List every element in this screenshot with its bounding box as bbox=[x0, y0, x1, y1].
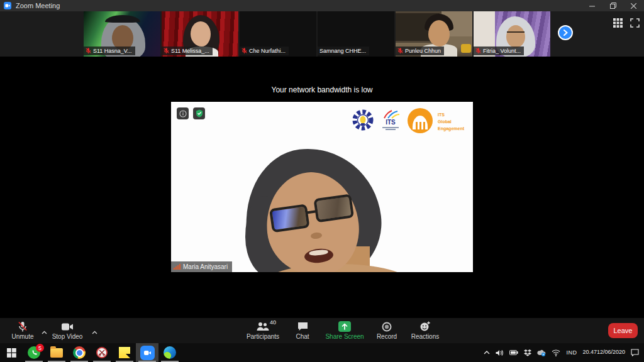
info-icon bbox=[179, 110, 187, 118]
zoom-app-icon bbox=[4, 2, 11, 9]
zoom-icon bbox=[140, 346, 155, 360]
muted-mic-icon bbox=[18, 321, 28, 332]
chat-bubble-icon bbox=[297, 322, 308, 331]
zoom-meeting-window: Zoom Meeting S11 Hasna_V... bbox=[0, 0, 644, 362]
speaker-nametag: Maria Anityasari bbox=[171, 261, 232, 272]
reactions-smiley-icon bbox=[419, 321, 431, 332]
its-surabaya-logo: ITS bbox=[379, 109, 402, 130]
gallery-view-button[interactable] bbox=[612, 17, 623, 28]
taskbar-zoom-active[interactable] bbox=[136, 343, 158, 362]
whatsapp-notification-badge: 5 bbox=[36, 344, 44, 352]
participant-face bbox=[428, 20, 450, 47]
sync-status-icon[interactable] bbox=[537, 349, 546, 356]
share-screen-icon bbox=[338, 321, 351, 332]
room-object bbox=[461, 44, 471, 53]
taskbar-edge[interactable] bbox=[158, 343, 181, 362]
minimize-button[interactable] bbox=[582, 0, 602, 11]
taskbar-file-explorer[interactable] bbox=[45, 343, 68, 362]
action-center-icon[interactable] bbox=[631, 349, 639, 356]
audio-options-chevron[interactable] bbox=[42, 326, 47, 337]
chat-button[interactable]: Chat bbox=[288, 321, 317, 340]
taskbar-chrome[interactable] bbox=[68, 343, 91, 362]
participant-name: Fitria_ Volunt... bbox=[483, 48, 521, 54]
participants-label: Participants bbox=[247, 333, 279, 340]
participant-face bbox=[191, 21, 211, 47]
next-participants-button[interactable] bbox=[558, 25, 573, 40]
chat-label: Chat bbox=[296, 333, 309, 340]
record-label: Record bbox=[377, 333, 397, 340]
muted-mic-icon bbox=[86, 48, 91, 54]
global-engagement-text: ITS Global Engagement bbox=[438, 111, 464, 133]
windows-logo-icon bbox=[7, 348, 16, 358]
unmute-label: Unmute bbox=[11, 333, 33, 340]
participant-nametag: Punleu Chhun bbox=[396, 47, 444, 55]
taskbar-sticky-notes[interactable] bbox=[113, 343, 136, 362]
muted-mic-icon bbox=[164, 48, 169, 54]
shield-check-icon bbox=[196, 109, 203, 118]
participant-thumbnail-che[interactable]: Che Nurfathi... bbox=[240, 11, 316, 57]
participant-name: S11 Hasna_V... bbox=[93, 48, 132, 54]
participant-thumbnail-samnang[interactable]: Samnang CHHE... bbox=[318, 11, 394, 57]
its-gear-logo bbox=[351, 108, 375, 134]
bandwidth-warning: Your network bandwidth is low bbox=[0, 85, 644, 94]
participant-name: Punleu Chhun bbox=[405, 48, 441, 54]
encryption-shield-button[interactable] bbox=[193, 107, 205, 119]
participants-count: 40 bbox=[270, 319, 276, 326]
reactions-button[interactable]: Reactions bbox=[408, 321, 443, 340]
volume-icon[interactable] bbox=[496, 349, 504, 356]
participant-thumbnail-melissa[interactable]: S11 Melissa_... bbox=[162, 11, 238, 57]
taskbar-whatsapp[interactable]: 5 bbox=[23, 343, 45, 362]
record-icon bbox=[382, 322, 392, 332]
video-options-chevron[interactable] bbox=[92, 326, 97, 337]
chrome-icon bbox=[73, 346, 86, 359]
taskbar-clock[interactable]: 20.47 12/06/2020 bbox=[582, 349, 625, 356]
participant-glasses bbox=[507, 31, 525, 38]
meeting-toolbar: Unmute Stop Video 40 bbox=[0, 318, 644, 343]
chevron-right-icon bbox=[562, 30, 569, 36]
participant-nametag: Che Nurfathi... bbox=[240, 47, 289, 55]
participant-filmstrip: S11 Hasna_V... S11 Melissa_... Che Nurfa… bbox=[0, 11, 644, 57]
participants-button[interactable]: 40 Participants bbox=[243, 321, 283, 340]
close-button[interactable] bbox=[623, 0, 644, 11]
participant-thumbnail-fitria[interactable]: Fitria_ Volunt... bbox=[474, 11, 550, 57]
restore-button[interactable] bbox=[602, 0, 623, 11]
unmute-button[interactable]: Unmute bbox=[5, 321, 40, 340]
fullscreen-icon bbox=[630, 18, 640, 28]
its-logo-text: ITS bbox=[386, 119, 396, 126]
audio-level-icon bbox=[174, 264, 180, 270]
title-bar: Zoom Meeting bbox=[0, 0, 644, 11]
stop-video-label: Stop Video bbox=[52, 333, 83, 340]
share-screen-button[interactable]: Share Screen bbox=[322, 321, 367, 340]
system-tray: IND 20.47 12/06/2020 bbox=[484, 349, 644, 356]
global-engagement-logo bbox=[408, 108, 433, 133]
stop-video-button[interactable]: Stop Video bbox=[48, 321, 87, 340]
participant-nametag: Fitria_ Volunt... bbox=[474, 47, 524, 55]
fullscreen-button[interactable] bbox=[629, 17, 640, 28]
video-camera-icon bbox=[61, 322, 74, 331]
language-indicator[interactable]: IND bbox=[566, 349, 577, 356]
muted-mic-icon bbox=[475, 48, 481, 54]
participant-nametag: S11 Hasna_V... bbox=[84, 47, 135, 55]
meeting-info-button[interactable] bbox=[177, 107, 189, 119]
participant-nametag: S11 Melissa_... bbox=[162, 47, 213, 55]
wifi-icon[interactable] bbox=[552, 349, 560, 356]
participant-name: Samnang CHHE... bbox=[319, 48, 366, 54]
reactions-label: Reactions bbox=[411, 333, 439, 340]
participant-thumbnail-hasna[interactable]: S11 Hasna_V... bbox=[84, 11, 160, 57]
start-button[interactable] bbox=[0, 343, 23, 362]
leave-button[interactable]: Leave bbox=[608, 323, 638, 338]
clock-date: 12/06/2020 bbox=[597, 349, 625, 356]
tray-overflow-chevron[interactable] bbox=[484, 351, 490, 354]
participant-thumbnail-punleu[interactable]: Punleu Chhun bbox=[396, 11, 472, 57]
dropbox-icon[interactable] bbox=[524, 349, 531, 356]
meeting-stage: Your network bandwidth is low bbox=[0, 57, 644, 318]
record-button[interactable]: Record bbox=[371, 321, 402, 340]
active-speaker-video: ITS ITS Global Engagement Maria Anityasa… bbox=[171, 102, 473, 272]
muted-mic-icon bbox=[397, 48, 403, 54]
sticky-notes-icon bbox=[119, 347, 130, 358]
window-title: Zoom Meeting bbox=[16, 2, 60, 9]
battery-icon[interactable] bbox=[509, 350, 518, 355]
taskbar-snipping-tool[interactable] bbox=[91, 343, 113, 362]
edge-icon bbox=[164, 346, 176, 359]
participant-nametag: Samnang CHHE... bbox=[318, 47, 369, 55]
